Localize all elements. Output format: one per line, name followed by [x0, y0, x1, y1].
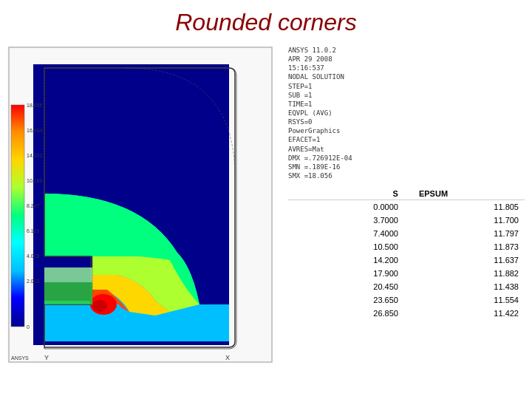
main-content: 18.056 16.434 14.432 10.169 8.247 6.123 … [0, 46, 532, 364]
table-row: 3.700011.700 [288, 214, 525, 227]
svg-text:16.434: 16.434 [27, 128, 43, 133]
epsum-value: 11.805 [413, 200, 525, 214]
svg-text:Y: Y [44, 354, 49, 361]
svg-text:10.169: 10.169 [27, 178, 43, 183]
table-row: 17.90011.882 [288, 267, 525, 280]
svg-text:X: X [225, 354, 230, 361]
svg-text:14.432: 14.432 [27, 153, 43, 158]
s-value: 23.650 [288, 293, 413, 307]
svg-text:8.247: 8.247 [27, 203, 40, 208]
table-row: 23.65011.554 [288, 293, 525, 307]
epsum-value: 11.873 [413, 240, 525, 253]
epsum-value: 11.882 [413, 267, 525, 280]
svg-text:2.003: 2.003 [27, 279, 40, 284]
page-title: Rounded corners [0, 0, 532, 42]
s-value: 0.0000 [288, 200, 413, 214]
s-value: 14.200 [288, 253, 413, 267]
fem-visualization: 18.056 16.434 14.432 10.169 8.247 6.123 … [7, 46, 273, 364]
s-value: 17.900 [288, 267, 413, 280]
col-s-header: S [288, 188, 413, 200]
table-row: 7.400011.797 [288, 227, 525, 240]
svg-point-4 [92, 300, 107, 312]
svg-rect-7 [11, 105, 24, 327]
epsum-value: 11.438 [413, 280, 525, 293]
table-row: 14.20011.637 [288, 253, 525, 267]
epsum-value: 11.554 [413, 293, 525, 307]
s-value: 3.7000 [288, 214, 413, 227]
table-row: 20.45011.438 [288, 280, 525, 293]
table-row: 26.85011.422 [288, 307, 525, 320]
svg-text:ANSYS: ANSYS [11, 355, 29, 361]
s-value: 20.450 [288, 280, 413, 293]
svg-text:0: 0 [27, 324, 30, 330]
epsum-value: 11.637 [413, 253, 525, 267]
table-row: 10.50011.873 [288, 240, 525, 253]
results-table: S EPSUM 0.000011.8053.700011.7007.400011… [288, 188, 525, 320]
svg-rect-6 [44, 282, 92, 304]
epsum-value: 11.700 [413, 214, 525, 227]
epsum-value: 11.422 [413, 307, 525, 320]
svg-text:18.056: 18.056 [27, 103, 43, 108]
svg-text:4.003: 4.003 [27, 253, 40, 259]
svg-rect-5 [44, 267, 92, 282]
ansys-info: ANSYS 11.0.2 APR 29 2008 15:16:537 NODAL… [288, 46, 525, 180]
results-panel: ANSYS 11.0.2 APR 29 2008 15:16:537 NODAL… [273, 46, 525, 364]
s-value: 10.500 [288, 240, 413, 253]
table-row: 0.000011.805 [288, 200, 525, 214]
col-epsum-header: EPSUM [413, 188, 525, 200]
epsum-value: 11.797 [413, 227, 525, 240]
s-value: 26.850 [288, 307, 413, 320]
svg-text:6.123: 6.123 [27, 228, 40, 233]
s-value: 7.4000 [288, 227, 413, 240]
